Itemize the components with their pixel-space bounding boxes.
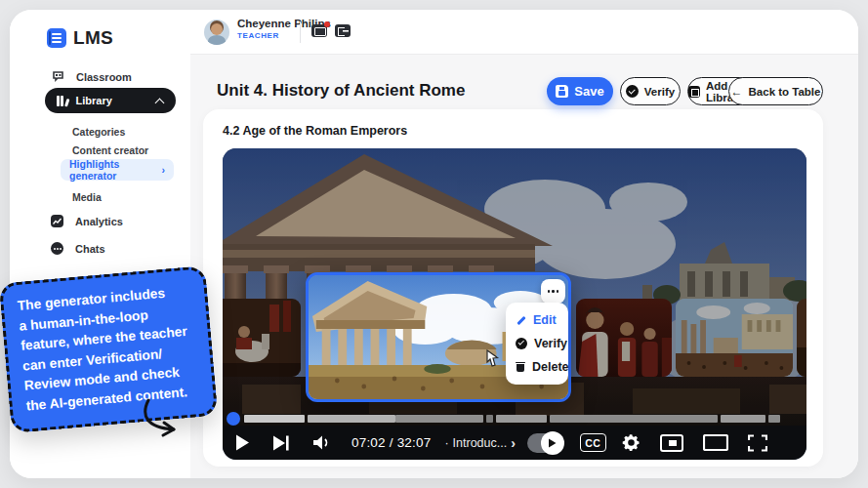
check-circle-icon [516,338,527,349]
theater-mode-icon[interactable] [703,434,728,451]
chevron-up-icon[interactable] [156,97,164,104]
library-books-icon [57,96,67,106]
pencil-icon [516,315,526,326]
chevron-right-icon: › [511,435,516,451]
mouse-cursor [482,349,500,369]
sidebar-item-label: Chats [75,243,105,255]
captions-button[interactable]: CC [580,433,606,452]
video-controls-bar: 07:02 / 32:07 · Introduc... › CC [223,426,806,460]
verify-button[interactable]: Verify [620,77,681,105]
autoplay-knob [541,431,564,455]
menu-item-label: Edit [533,313,557,327]
play-button[interactable] [223,434,262,451]
back-to-table-button[interactable]: ← Back to Table [728,77,823,105]
timeline-thumbnail[interactable] [676,299,793,377]
sidebar-item-analytics[interactable]: Analytics [51,215,123,227]
chat-bubble-icon [51,242,63,255]
more-options-button[interactable] [541,279,565,304]
sidebar-subitem-media[interactable]: Media [72,191,102,203]
check-circle-icon [626,85,639,98]
progress-bar[interactable] [244,415,795,423]
trash-icon [516,361,525,373]
lesson-panel: 4.2 Age of the Roman Emperors [203,109,823,467]
sidebar-item-label: Analytics [75,216,123,227]
volume-icon[interactable] [301,435,344,450]
arrow-doodle [135,398,197,445]
sidebar-item-label: Classroom [76,71,132,83]
sidebar-subitem-content-creator[interactable]: Content creator [72,144,148,156]
floppy-icon [556,85,568,98]
pip-icon[interactable] [660,434,683,452]
avatar[interactable] [204,20,229,45]
section-title: 4.2 Age of the Roman Emperors [223,124,407,138]
chevron-right-icon: › [162,164,166,176]
time-display: 07:02 / 32:07 [351,435,431,450]
back-to-table-label: Back to Table [749,86,821,98]
fullscreen-icon[interactable] [748,434,767,452]
arrow-left-icon: ← [731,85,743,99]
app-logo-text: LMS [73,27,113,49]
header-divider [300,21,301,43]
sidebar-item-library[interactable]: Library [45,88,176,113]
app-logo: LMS [47,27,113,49]
classroom-icon [51,70,64,84]
menu-item-edit[interactable]: Edit [506,308,568,332]
inbox-icon[interactable] [311,24,327,37]
chapter-label[interactable]: · Introduc... › [444,435,515,451]
lms-book-icon [47,28,66,48]
timeline-thumbnail[interactable] [223,299,301,377]
sidebar-item-label: Library [76,95,148,106]
verify-button-label: Verify [644,86,675,98]
menu-item-verify[interactable]: Verify [506,332,568,355]
page-title: Unit 4. History of Ancient Rome [217,81,465,101]
bullet-separator: · [444,436,448,450]
settings-gear-icon[interactable] [622,433,641,452]
next-button[interactable] [262,435,301,451]
video-player[interactable]: Edit Verify Delete [223,148,806,460]
library-add-icon [688,86,700,98]
save-button-label: Save [574,84,603,99]
menu-item-label: Verify [534,337,567,350]
sidebar-subitem-highlights-generator[interactable]: Highlights generator › [61,159,174,181]
analytics-icon [51,215,63,227]
playhead-handle[interactable] [227,412,240,426]
menu-item-delete[interactable]: Delete [506,355,568,379]
thumbnail-context-menu: Edit Verify Delete [506,303,568,385]
autoplay-toggle[interactable] [527,433,562,453]
menu-item-label: Delete [532,360,569,374]
top-header: Cheyenne Philips TEACHER [190,10,858,55]
timeline-thumbnail[interactable] [797,299,806,377]
sidebar-subitem-label: Highlights generator [69,158,157,182]
chapter-name: Introduc... [453,436,508,450]
sidebar-subitem-categories[interactable]: Categories [72,126,125,138]
sidebar-item-chats[interactable]: Chats [51,242,105,255]
sidebar-item-classroom[interactable]: Classroom [51,70,132,84]
timeline-thumbnail[interactable] [576,299,672,377]
save-button[interactable]: Save [547,77,613,105]
logout-icon[interactable] [335,24,351,37]
